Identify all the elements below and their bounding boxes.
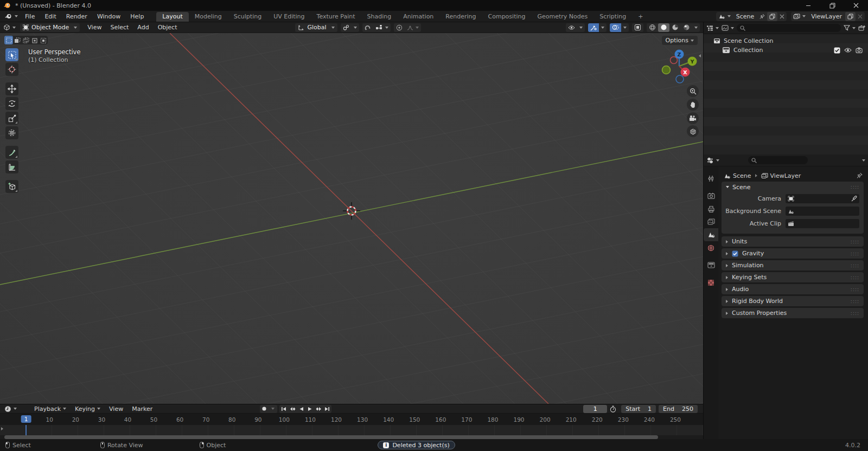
tab-shading[interactable]: Shading xyxy=(361,12,398,22)
timeline-keyframe-area[interactable] xyxy=(0,425,703,435)
zoom-view-button[interactable] xyxy=(687,85,699,97)
tab-collection-props[interactable] xyxy=(704,259,718,272)
use-preview-range-button[interactable] xyxy=(610,405,618,413)
report-message[interactable]: i Deleted 3 object(s) xyxy=(378,441,455,449)
outliner-display-mode[interactable] xyxy=(706,25,719,31)
jump-to-end-button[interactable] xyxy=(323,405,331,413)
viewlayer-name[interactable]: ViewLayer xyxy=(808,13,845,20)
tab-geometry-nodes[interactable]: Geometry Nodes xyxy=(531,12,593,22)
viewport-menu-view[interactable]: View xyxy=(83,24,106,31)
timeline-editor-type[interactable] xyxy=(2,405,17,413)
menu-help[interactable]: Help xyxy=(125,13,149,20)
camera-field[interactable] xyxy=(786,194,859,203)
transform-orientation-dropdown[interactable]: Global xyxy=(295,23,337,32)
timeline-ruler[interactable]: 1 10203040506070809010011012013014015016… xyxy=(0,414,703,425)
menu-playback[interactable]: Playback xyxy=(30,405,71,413)
start-frame-field[interactable]: Start 1 xyxy=(621,405,656,413)
tool-scale[interactable] xyxy=(5,112,18,125)
tab-animation[interactable]: Animation xyxy=(397,12,439,22)
tab-sculpting[interactable]: Sculpting xyxy=(228,12,267,22)
new-scene-button[interactable] xyxy=(767,12,777,21)
menu-keying[interactable]: Keying xyxy=(71,405,105,413)
background-scene-field[interactable] xyxy=(786,207,859,216)
drag-handle-icon[interactable]: :::: xyxy=(851,239,859,244)
minimize-button[interactable] xyxy=(796,0,820,11)
tab-scripting[interactable]: Scripting xyxy=(593,12,632,22)
properties-display-mode[interactable] xyxy=(706,157,719,164)
editor-type-button[interactable] xyxy=(0,24,16,31)
tab-layout[interactable]: Layout xyxy=(156,12,188,22)
overlays-dropdown[interactable] xyxy=(621,23,629,32)
outliner-filter-button[interactable] xyxy=(844,25,856,31)
close-button[interactable] xyxy=(844,0,868,11)
active-clip-field[interactable] xyxy=(786,219,859,228)
snap-settings-button[interactable] xyxy=(373,23,391,32)
add-workspace-button[interactable]: + xyxy=(632,12,649,22)
breadcrumb-scene[interactable]: Scene xyxy=(733,172,751,179)
tab-output[interactable] xyxy=(704,202,718,215)
pin-icon[interactable] xyxy=(857,172,863,179)
tab-render[interactable] xyxy=(704,189,718,202)
navigation-gizmo[interactable]: Z Y X xyxy=(655,46,703,89)
mode-dropdown[interactable]: Object Mode xyxy=(20,23,80,32)
current-frame-indicator[interactable]: 1 xyxy=(21,415,31,423)
panel-units[interactable]: Units :::: xyxy=(722,236,864,247)
gravity-checkbox[interactable] xyxy=(732,250,738,257)
proportional-toggle-button[interactable] xyxy=(394,23,405,32)
panel-rigid-body-world[interactable]: Rigid Body World :::: xyxy=(722,296,864,306)
select-mode-invert[interactable] xyxy=(30,36,39,44)
shading-dropdown[interactable] xyxy=(692,23,700,32)
toggle-orthographic-button[interactable] xyxy=(687,125,699,137)
show-gizmos-toggle[interactable] xyxy=(588,23,599,32)
tab-texture[interactable] xyxy=(704,276,718,289)
show-overlays-toggle[interactable] xyxy=(610,23,621,32)
timeline-expand-toggle[interactable] xyxy=(1,425,3,432)
tool-add-cube[interactable] xyxy=(5,180,18,193)
panel-simulation[interactable]: Simulation :::: xyxy=(722,260,864,270)
visibility-dropdown[interactable] xyxy=(566,23,585,32)
pivot-point-dropdown[interactable] xyxy=(341,23,359,32)
select-mode-extend[interactable] xyxy=(13,36,22,44)
select-mode-subtract[interactable] xyxy=(22,36,30,44)
options-button[interactable]: Options xyxy=(662,36,698,45)
maximize-button[interactable] xyxy=(820,0,844,11)
tab-viewlayer[interactable] xyxy=(704,215,718,228)
shading-wireframe-button[interactable] xyxy=(647,23,658,32)
menu-file[interactable]: File xyxy=(20,13,40,20)
panel-gravity[interactable]: Gravity :::: xyxy=(722,248,864,259)
tab-rendering[interactable]: Rendering xyxy=(439,12,482,22)
tab-world[interactable] xyxy=(704,241,718,254)
tab-compositing[interactable]: Compositing xyxy=(482,12,532,22)
menu-render[interactable]: Render xyxy=(61,13,92,20)
pin-scene-button[interactable] xyxy=(757,12,767,21)
jump-to-start-button[interactable] xyxy=(279,405,288,413)
snap-toggle-button[interactable] xyxy=(362,23,373,32)
menu-view[interactable]: View xyxy=(105,405,127,413)
menu-edit[interactable]: Edit xyxy=(40,13,61,20)
tab-texture-paint[interactable]: Texture Paint xyxy=(311,12,361,22)
delete-viewlayer-button[interactable] xyxy=(856,12,865,21)
prev-keyframe-button[interactable] xyxy=(288,405,297,413)
end-frame-field[interactable]: End 250 xyxy=(659,405,698,413)
viewlayer-browse-button[interactable] xyxy=(791,12,808,21)
hide-eye-toggle[interactable] xyxy=(844,47,852,53)
xray-toggle[interactable] xyxy=(632,23,643,32)
panel-keying-sets[interactable]: Keying Sets :::: xyxy=(722,272,864,282)
tab-scene[interactable] xyxy=(704,228,718,241)
blender-menu-icon[interactable] xyxy=(4,13,12,20)
tool-measure[interactable] xyxy=(5,160,18,173)
scene-name[interactable]: Scene xyxy=(733,13,758,20)
drag-handle-icon[interactable]: :::: xyxy=(851,263,859,268)
tab-uv-editing[interactable]: UV Editing xyxy=(267,12,310,22)
disable-render-toggle[interactable] xyxy=(856,47,863,53)
outliner-filter-mode[interactable] xyxy=(722,25,734,31)
keying-dropdown[interactable] xyxy=(269,405,277,413)
select-mode-new[interactable] xyxy=(4,36,13,44)
new-collection-button[interactable] xyxy=(858,25,865,31)
falloff-dropdown[interactable] xyxy=(405,23,421,32)
timeline-scrollbar-handle[interactable] xyxy=(4,435,658,439)
menu-window[interactable]: Window xyxy=(92,13,125,20)
drag-handle-icon[interactable]: :::: xyxy=(851,275,859,280)
pan-view-button[interactable] xyxy=(687,99,699,111)
scene-browse-button[interactable] xyxy=(716,12,733,21)
